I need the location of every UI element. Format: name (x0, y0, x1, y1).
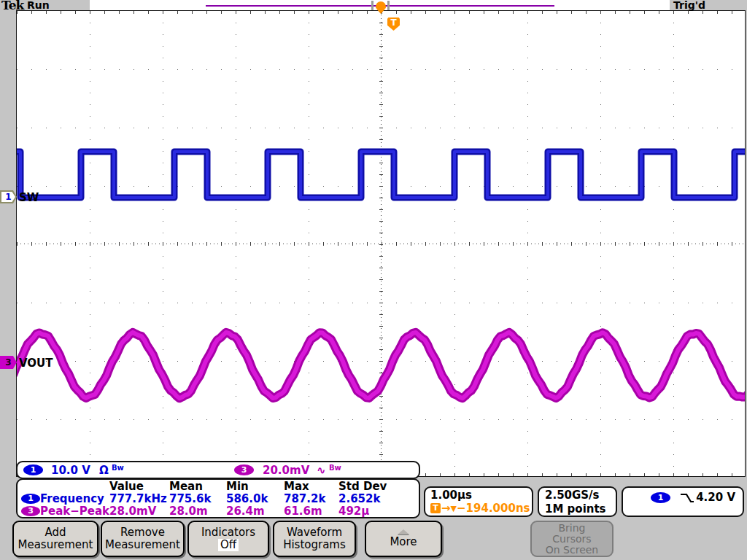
button-label: More (366, 536, 441, 548)
channel3-bandwidth-icon: Bw (329, 464, 341, 472)
channel3-badge: 3 (21, 506, 40, 516)
measurement-min: 26.4m (226, 505, 265, 518)
measurement-min: 586.0k (226, 492, 268, 505)
channel-scale-readout: 1 10.0 V Ω Bw 3 20.0mV ∿ Bw (16, 461, 420, 479)
measurement-max: 61.6m (284, 505, 322, 518)
trigger-position-value: −194.000ns (457, 502, 530, 515)
measurement-value: 28.0mV (109, 505, 156, 518)
ch1-waveform-core (17, 152, 745, 198)
measurement-mean: 775.6k (169, 492, 211, 505)
record-trigger-position-icon[interactable] (371, 0, 390, 15)
bring-cursors-on-screen-button[interactable]: Bring Cursors On Screen (530, 521, 614, 557)
channel1-badge: 1 (21, 494, 40, 504)
measurement-value: 777.7kHz (109, 492, 167, 505)
column-header-mean: Mean (169, 480, 203, 493)
bracket-right-icon (387, 1, 390, 10)
button-label: Measurement (102, 539, 183, 551)
measurement-std: 492µ (338, 505, 369, 518)
button-label: On Screen (532, 545, 612, 556)
button-label: Waveform (274, 526, 355, 539)
button-state-highlighted: Off (218, 539, 239, 551)
button-label: Histograms (274, 539, 355, 551)
trigger-source-badge: 1 (651, 492, 670, 503)
measurement-max: 787.2k (284, 492, 325, 505)
measurement-std: 2.652k (338, 492, 380, 505)
acquisition-readout: 2.50GS/s 1M points (538, 486, 617, 517)
measurement-row-frequency: 1 Frequency 777.7kHz 775.6k 586.0k 787.2… (18, 492, 419, 505)
channel3-waveform-label: VOUT (19, 357, 53, 370)
column-header-min: Min (226, 480, 249, 493)
record-length: 1M points (545, 502, 616, 516)
timebase-readout: 1.00µs T → ▼ −194.000ns (424, 486, 533, 517)
column-header-stddev: Std Dev (338, 480, 387, 493)
measurement-name: Peak−Peak (40, 505, 109, 518)
channel1-scale: 10.0 V (51, 464, 90, 477)
trigger-level: 4.20 V (696, 491, 735, 504)
button-label: Bring (532, 523, 612, 534)
channel1-waveform-label: SW (19, 191, 39, 204)
channel3-scale: 20.0mV (263, 464, 309, 477)
trigger-readout: 1 4.20 V (622, 486, 744, 517)
measurement-table: Value Mean Min Max Std Dev 1 Frequency 7… (16, 478, 420, 518)
tek-logo: Tek (1, 0, 23, 12)
add-measurement-button[interactable]: Add Measurement (12, 521, 98, 557)
button-label: Indicators (189, 526, 268, 539)
trigger-t-icon: T (430, 503, 441, 513)
trigger-marker-arrow-icon (376, 9, 385, 14)
channel1-bandwidth-icon: Bw (112, 464, 124, 472)
bracket-left-icon (371, 1, 374, 10)
button-label: Remove (102, 526, 183, 539)
more-button[interactable]: More (365, 521, 442, 557)
marker-down-icon: ▼ (451, 504, 457, 513)
arrow-right-icon: → (441, 502, 451, 515)
waveform-display (17, 11, 745, 476)
channel1-position-marker[interactable]: 1 (0, 190, 17, 203)
indicators-off-button[interactable]: Indicators Off (187, 521, 269, 557)
top-status-bar: Tek Run Trig'd (0, 0, 747, 10)
graticule (16, 10, 746, 477)
caret-up-icon (398, 529, 409, 534)
channel3-badge[interactable]: 3 (234, 464, 254, 475)
channel1-coupling-icon: Ω (99, 464, 109, 477)
falling-edge-icon (678, 491, 696, 505)
column-header-max: Max (284, 480, 309, 493)
ch1-waveform (17, 152, 745, 198)
measurement-name: Frequency (40, 492, 104, 505)
channel3-position-marker[interactable]: 3 (0, 356, 17, 369)
channel1-badge[interactable]: 1 (23, 464, 43, 475)
button-label: Cursors (532, 534, 612, 545)
trigger-position-readout: T → ▼ −194.000ns (430, 502, 532, 515)
channel3-coupling-icon: ∿ (317, 464, 326, 477)
trigger-status: Trig'd (673, 0, 705, 11)
channel1-marker-label: 1 (1, 192, 15, 202)
measurement-mean: 28.0m (169, 505, 208, 518)
trigger-marker-icon (376, 1, 386, 9)
column-header-value: Value (109, 480, 144, 493)
timebase-scale: 1.00µs (430, 489, 532, 502)
measurement-row-peak-peak: 3 Peak−Peak 28.0mV 28.0m 26.4m 61.6m 492… (18, 505, 419, 518)
waveform-histograms-button[interactable]: Waveform Histograms (273, 521, 356, 557)
sample-rate: 2.50GS/s (545, 489, 616, 502)
acquisition-status: Run (27, 0, 50, 11)
button-label: Add (14, 526, 97, 539)
remove-measurement-button[interactable]: Remove Measurement (101, 521, 185, 557)
button-label: Measurement (14, 539, 97, 551)
